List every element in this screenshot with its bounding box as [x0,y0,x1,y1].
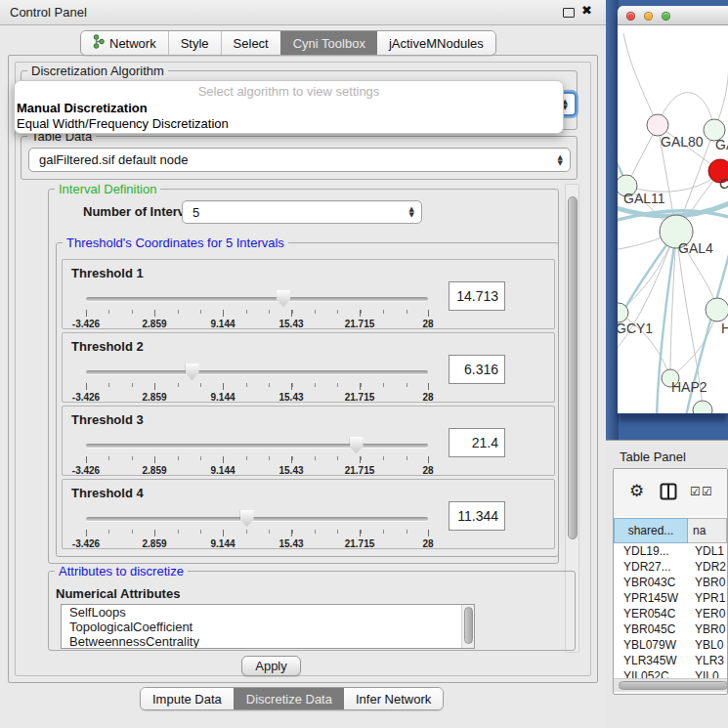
threshold-value-field[interactable]: 6.316 [449,355,505,384]
checkbox-icon[interactable]: ☑ [690,485,701,498]
slider-tick-label: 28 [422,538,433,549]
slider-tick-label: 2.859 [142,465,166,476]
threshold-slider[interactable]: -3.4262.8599.14415.4321.71528 [86,363,428,402]
scrollbar-thumb[interactable] [619,681,728,690]
tab-infer-network[interactable]: Infer Network [344,688,443,709]
slider-tick-label: 15.43 [278,538,303,549]
cell-shared-name: YPR145W [614,590,688,606]
cell-name: YBR0 [688,575,727,590]
node-label: GAL4 [678,240,713,256]
network-canvas[interactable]: GAL80GACGAL11GAL4GCY1HHAP2 [618,25,728,413]
table-row[interactable]: YIL052CYIL0 [614,668,727,678]
table-row[interactable]: YER054CYER0 [614,606,727,621]
threshold-slider[interactable]: -3.4262.8599.14415.4321.71528 [86,436,428,475]
slider-major-tick [223,383,224,390]
numerical-attributes-list[interactable]: SelfLoopsTopologicalCoefficientBetweenne… [61,604,475,649]
threshold-value-field[interactable]: 14.713 [449,281,505,311]
scrollbar-thumb[interactable] [568,196,578,539]
algorithm-option-manual-discretization[interactable]: Manual Discretization [17,101,148,116]
mac-zoom-icon[interactable] [662,12,670,21]
scrollbar-thumb[interactable] [464,607,473,644]
table-panel-title: Table Panel [620,450,686,464]
node-label: GAL11 [623,191,665,206]
tab-label: Cyni Toolbox [293,36,365,51]
cell-shared-name: YBR043C [614,575,688,590]
slider-tick-label: 15.43 [278,392,303,403]
cell-name: YLR3 [688,653,727,668]
table-horizontal-scrollbar[interactable] [614,678,727,692]
table-row[interactable]: YBR045CYBR0 [614,621,727,637]
table-row[interactable]: YBR043CYBR0 [614,575,727,590]
slider-thumb[interactable] [277,290,290,307]
slider-thumb[interactable] [186,364,199,380]
list-item-selfloops[interactable]: SelfLoops [62,605,474,620]
list-item-betweennesscentrality[interactable]: BetweennessCentrality [62,634,474,649]
tab-jactivemnodules[interactable]: jActiveMNodules [377,31,495,55]
number-of-intervals-combobox[interactable]: 5 ▲▼ [182,200,422,224]
slider-minor-ticks [86,383,428,389]
tab-network[interactable]: Network [81,31,168,55]
slider-minor-ticks [86,310,428,316]
slider-tick-label: -3.426 [72,465,100,476]
table-row[interactable]: YLR345WYLR3 [614,653,727,668]
thresholds-group: Threshold's Coordinates for 5 Intervals … [56,242,559,557]
network-desktop: GAL80GACGAL11GAL4GCY1HHAP2 [606,0,728,440]
cell-name: YBL0 [688,637,727,653]
slider-major-tick [291,456,292,463]
tab-label: Infer Network [356,692,431,707]
tab-style[interactable]: Style [168,31,221,55]
mac-minimize-icon[interactable] [644,12,653,21]
slider-tick-label: -3.426 [72,538,100,549]
gear-icon[interactable]: ⚙ [629,481,644,500]
column-header-2[interactable]: na [688,518,727,543]
apply-button[interactable]: Apply [241,656,301,676]
threshold-label: Threshold 4 [71,486,144,500]
table-row[interactable]: YDL19...YDL1 [614,543,727,559]
tab-select[interactable]: Select [221,31,280,55]
attributes-scrollbar[interactable] [461,605,474,648]
columns-icon[interactable] [660,483,677,500]
threshold-value-field[interactable]: 21.4 [449,428,505,457]
table-row[interactable]: YPR145WYPR1 [614,590,727,606]
cell-name: YDL1 [688,543,727,559]
table-data-value: galFiltered.sif default node [39,149,188,171]
tab-cyni-toolbox[interactable]: Cyni Toolbox [280,31,377,55]
network-node[interactable] [693,401,712,413]
slider-tick-label: -3.426 [72,319,100,329]
list-item-topologicalcoefficient[interactable]: TopologicalCoefficient [62,620,474,634]
close-icon[interactable]: ✖ [581,3,592,18]
table-panel: Table Panel ⚙ ☑ ☑ shared...na YDL19...YD… [606,440,728,728]
attribute-items: SelfLoopsTopologicalCoefficientBetweenne… [62,605,474,649]
threshold-slider[interactable]: -3.4262.8599.14415.4321.71528 [86,509,428,548]
slider-thumb[interactable] [350,437,364,453]
slider-tick-label: 28 [422,465,433,476]
network-node-gal80[interactable] [647,114,668,136]
table-data-combobox[interactable]: galFiltered.sif default node ▲▼ [28,148,571,172]
slider-tick-label: 9.144 [210,392,235,403]
mac-close-icon[interactable] [626,12,635,21]
algorithm-dropdown-popup: Select algorithm to view settings Manual… [14,80,564,134]
discretization-algorithm-group-title: Discretization Algorithm [27,64,168,78]
float-window-icon[interactable] [563,8,575,18]
slider-thumb[interactable] [240,510,254,527]
table-row[interactable]: YDR27...YDR2 [614,559,727,575]
slider-major-tick [154,383,155,390]
threshold-row-4: Threshold 4-3.4262.8599.14415.4321.71528… [62,479,555,549]
algorithm-option-equal-width-frequency-discretization[interactable]: Equal Width/Frequency Discretization [17,116,229,132]
tab-impute-data[interactable]: Impute Data [141,688,234,709]
slider-tick-label: 15.43 [278,319,303,329]
threshold-slider[interactable]: -3.4262.8599.14415.4321.71528 [86,289,428,328]
slider-major-tick [154,310,155,317]
network-window-titlebar[interactable] [618,6,728,25]
slider-tick-label: -3.426 [72,392,100,403]
threshold-value-field[interactable]: 11.344 [449,501,505,531]
column-header-1[interactable]: shared... [614,518,688,543]
table-row[interactable]: YBL079WYBL0 [614,637,727,653]
control-panel: Control Panel ✖ NetworkStyleSelectCyni T… [0,0,606,728]
tab-discretize-data[interactable]: Discretize Data [234,688,344,709]
checkbox-icon[interactable]: ☑ [702,485,712,498]
slider-tick-label: 9.144 [210,538,235,549]
slider-tick-label: 21.715 [345,465,375,476]
network-node-h[interactable] [706,298,728,321]
slider-major-tick [86,456,87,463]
